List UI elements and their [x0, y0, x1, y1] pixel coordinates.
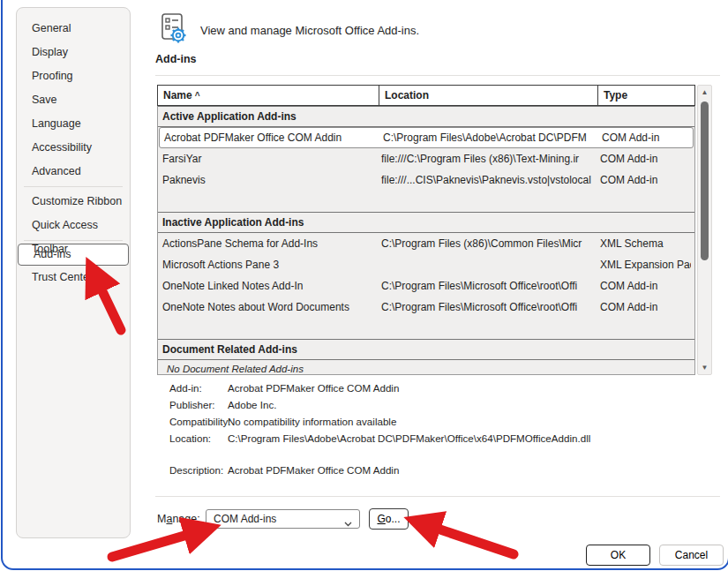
cell-location: C:\Program Files\Microsoft Office\root\O… — [377, 301, 596, 313]
manage-dropdown-value: COM Add-ins — [214, 513, 276, 525]
page-header: View and manage Microsoft Office Add-ins… — [160, 12, 419, 48]
go-button[interactable]: Go... — [369, 508, 409, 530]
group-header-inactive-application-add-ins: Inactive Application Add-ins — [158, 212, 694, 233]
cell-location: C:\Program Files\Microsoft Office\root\O… — [377, 280, 596, 292]
sidebar-item-advanced[interactable]: Advanced — [17, 160, 130, 184]
cell-name: Microsoft Actions Pane 3 — [158, 259, 377, 271]
scroll-up-icon[interactable]: ▲ — [698, 88, 711, 96]
group-header-active-application-add-ins: Active Application Add-ins — [158, 106, 694, 127]
detail-value: Acrobat PDFMaker Office COM Addin — [228, 462, 590, 478]
addins-section-label: Add-ins — [155, 53, 197, 65]
sidebar-item-save[interactable]: Save — [17, 88, 130, 112]
cell-type: COM Add-in — [596, 174, 691, 186]
detail-row-location: Location:C:\Program Files\Adobe\Acrobat … — [169, 430, 590, 447]
cancel-button[interactable]: Cancel — [659, 545, 724, 566]
arrow-to-go-button — [417, 522, 514, 554]
sidebar-item-accessibility[interactable]: Accessibility — [17, 136, 130, 160]
group-spacer — [158, 191, 694, 212]
detail-value: Acrobat PDFMaker Office COM Addin — [228, 379, 590, 396]
page-description: View and manage Microsoft Office Add-ins… — [200, 24, 419, 37]
column-header-location[interactable]: Location — [379, 86, 597, 105]
sidebar-divider — [24, 186, 123, 187]
manage-label: Manage: — [157, 513, 200, 525]
column-header-name[interactable]: Name^ — [158, 86, 379, 105]
group-header-document-related-add-ins: Document Related Add-ins — [158, 339, 694, 360]
addin-row-onenote-notes-about-word-documents[interactable]: OneNote Notes about Word DocumentsC:\Pro… — [158, 297, 694, 318]
column-header-type[interactable]: Type — [597, 86, 696, 105]
detail-label: Add-in: — [169, 379, 228, 396]
options-sidebar: GeneralDisplayProofingSaveLanguageAccess… — [16, 7, 131, 538]
addin-row-farsiyar[interactable]: FarsiYarfile:///C:\Program Files (x86)\T… — [158, 148, 694, 169]
empty-group-note: No Document Related Add-ins — [158, 360, 694, 374]
sidebar-item-customize-ribbon[interactable]: Customize Ribbon — [17, 190, 130, 214]
group-spacer — [158, 318, 694, 339]
cell-type: COM Add-in — [596, 153, 691, 165]
sidebar-item-language[interactable]: Language — [17, 112, 130, 136]
detail-label: Compatibility: — [169, 413, 228, 430]
cell-name: OneNote Notes about Word Documents — [158, 301, 377, 313]
scroll-down-icon[interactable]: ▼ — [698, 364, 711, 372]
addin-row-microsoft-actions-pane-3[interactable]: Microsoft Actions Pane 3XML Expansion Pa… — [158, 254, 694, 275]
cell-name: OneNote Linked Notes Add-In — [158, 280, 377, 292]
detail-label: Location: — [169, 430, 228, 447]
manage-dropdown[interactable]: COM Add-ins — [206, 509, 360, 529]
detail-row-description: Description:Acrobat PDFMaker Office COM … — [169, 462, 590, 478]
sidebar-item-display[interactable]: Display — [17, 41, 130, 64]
addins-gear-icon — [160, 12, 188, 48]
cell-type: COM Add-in — [596, 301, 691, 313]
sidebar-item-trust-center[interactable]: Trust Center — [17, 266, 130, 289]
addin-details: Add-in:Acrobat PDFMaker Office COM Addin… — [169, 379, 590, 478]
detail-value: No compatibility information available — [228, 413, 590, 430]
section-divider — [155, 75, 720, 76]
sidebar-item-proofing[interactable]: Proofing — [17, 64, 130, 88]
detail-row-publisher: Publisher:Adobe Inc. — [169, 396, 590, 413]
cell-name: Acrobat PDFMaker Office COM Addin — [160, 131, 379, 144]
cell-type: COM Add-in — [597, 131, 693, 144]
addins-list-scrollbar[interactable]: ▲ ▼ — [697, 85, 712, 375]
cell-name: Paknevis — [158, 174, 377, 186]
addins-list: Active Application Add-insAcrobat PDFMak… — [157, 106, 695, 375]
detail-label: Publisher: — [169, 396, 228, 413]
addin-row-acrobat-pdfmaker-office-com-addin[interactable]: Acrobat PDFMaker Office COM AddinC:\Prog… — [159, 127, 694, 148]
scrollbar-thumb[interactable] — [701, 101, 709, 260]
addin-row-onenote-linked-notes-add-in[interactable]: OneNote Linked Notes Add-InC:\Program Fi… — [158, 275, 694, 297]
bottom-divider — [155, 496, 720, 497]
cell-type: COM Add-in — [596, 280, 691, 292]
cell-name: ActionsPane Schema for Add-Ins — [158, 237, 377, 250]
detail-row-add-in: Add-in:Acrobat PDFMaker Office COM Addin — [169, 379, 590, 396]
cell-location: file:///C:\Program Files (x86)\Text-Mini… — [377, 153, 596, 165]
sort-asc-icon: ^ — [195, 91, 200, 101]
chevron-down-icon — [344, 517, 352, 530]
detail-value: C:\Program Files\Adobe\Acrobat DC\PDFMak… — [228, 430, 590, 447]
cell-location: file:///...CIS\Paknevis\Paknevis.vsto|vs… — [377, 174, 596, 186]
detail-row-compatibility: Compatibility:No compatibility informati… — [169, 413, 590, 430]
cell-location: C:\Program Files (x86)\Common Files\Micr — [377, 237, 596, 250]
sidebar-item-quick-access-toolbar[interactable]: Quick Access Toolbar — [17, 214, 130, 237]
cell-type: XML Expansion Pack — [596, 259, 691, 271]
addins-table-header: Name^ Location Type — [157, 85, 695, 106]
addin-row-paknevis[interactable]: Paknevisfile:///...CIS\Paknevis\Paknevis… — [158, 169, 694, 191]
addin-row-actionspane-schema-for-add-ins[interactable]: ActionsPane Schema for Add-InsC:\Program… — [158, 233, 694, 254]
detail-value: Adobe Inc. — [228, 396, 590, 413]
sidebar-item-general[interactable]: General — [17, 17, 130, 41]
ok-button[interactable]: OK — [586, 545, 650, 566]
word-options-addins-dialog: GeneralDisplayProofingSaveLanguageAccess… — [0, 0, 728, 571]
sidebar-item-add-ins[interactable]: Add-ins — [18, 244, 129, 266]
cell-type: XML Schema — [596, 237, 691, 250]
cell-location: C:\Program Files\Adobe\Acrobat DC\PDFM — [379, 131, 597, 144]
cell-name: FarsiYar — [158, 153, 377, 165]
detail-label: Description: — [169, 462, 228, 478]
